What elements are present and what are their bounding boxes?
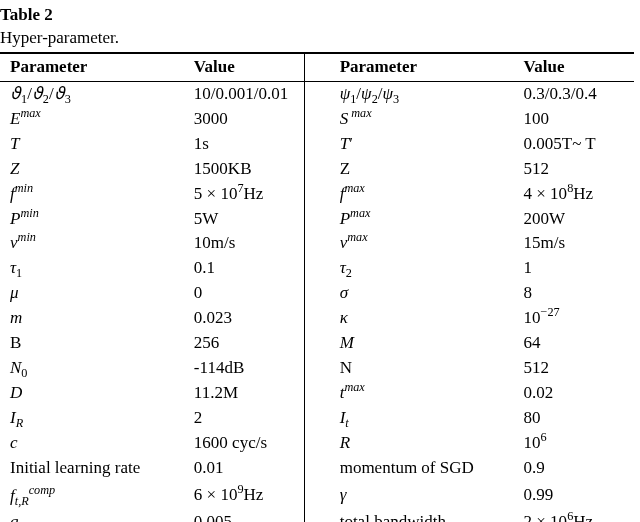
value-cell: 1s: [184, 132, 304, 157]
table-row: m0.023κ10−27: [0, 306, 634, 331]
param-cell: τ2: [330, 256, 514, 281]
value-cell: 2 × 106Hz: [514, 510, 634, 522]
param-cell: γ: [330, 481, 514, 511]
col-divider: [304, 331, 329, 356]
param-cell: N0: [0, 356, 184, 381]
value-cell: 64: [514, 331, 634, 356]
table-container: { "table_number_label": "Table 2", "capt…: [0, 0, 640, 522]
param-cell: D: [0, 381, 184, 406]
param-cell: κ: [330, 306, 514, 331]
value-cell: 0.023: [184, 306, 304, 331]
param-cell: Emax: [0, 107, 184, 132]
value-cell: 2: [184, 406, 304, 431]
param-cell: total bandwidth: [330, 510, 514, 522]
table-row: Emax3000S max100: [0, 107, 634, 132]
value-cell: 15m/s: [514, 231, 634, 256]
param-cell: Z: [0, 157, 184, 182]
table-row: T1sT′0.005T~ T: [0, 132, 634, 157]
table-row: vmin10m/svmax15m/s: [0, 231, 634, 256]
table-row: ft,Rcomp6 × 109Hzγ0.99: [0, 481, 634, 511]
param-cell: M: [330, 331, 514, 356]
value-cell: 256: [184, 331, 304, 356]
param-cell: m: [0, 306, 184, 331]
param-cell: vmax: [330, 231, 514, 256]
param-cell: Pmin: [0, 207, 184, 232]
value-cell: 0.01: [184, 456, 304, 481]
col-divider: [304, 231, 329, 256]
col-header-param-left: Parameter: [0, 53, 184, 81]
table-row: Z1500KBZ512: [0, 157, 634, 182]
table-row: μ0σ8: [0, 281, 634, 306]
param-cell: T′: [330, 132, 514, 157]
value-cell: 1: [514, 256, 634, 281]
value-cell: 5 × 107Hz: [184, 182, 304, 207]
param-cell: B: [0, 331, 184, 356]
param-cell: Pmax: [330, 207, 514, 232]
col-divider: [304, 510, 329, 522]
value-cell: 0: [184, 281, 304, 306]
col-divider: [304, 281, 329, 306]
param-cell: It: [330, 406, 514, 431]
param-cell: μ: [0, 281, 184, 306]
table-row: B256M64: [0, 331, 634, 356]
value-cell: 5W: [184, 207, 304, 232]
col-divider: [304, 182, 329, 207]
table-row: c1600 cyc/sR106: [0, 431, 634, 456]
param-cell: momentum of SGD: [330, 456, 514, 481]
col-divider: [304, 456, 329, 481]
table-caption: Hyper-parameter.: [0, 27, 634, 50]
col-header-value-right: Value: [514, 53, 634, 81]
value-cell: 512: [514, 356, 634, 381]
value-cell: 0.005T~ T: [514, 132, 634, 157]
value-cell: 1500KB: [184, 157, 304, 182]
param-cell: ft,Rcomp: [0, 481, 184, 511]
value-cell: -114dB: [184, 356, 304, 381]
param-cell: τ1: [0, 256, 184, 281]
col-divider: [304, 406, 329, 431]
table-row: q00.005total bandwidth2 × 106Hz: [0, 510, 634, 522]
value-cell: 0.3/0.3/0.4: [514, 81, 634, 106]
table-header-row: Parameter Value Parameter Value: [0, 53, 634, 81]
table-body: ϑ1/ϑ2/ϑ310/0.001/0.01ψ1/ψ2/ψ30.3/0.3/0.4…: [0, 81, 634, 522]
value-cell: 0.02: [514, 381, 634, 406]
value-cell: 106: [514, 431, 634, 456]
table-row: IR2It80: [0, 406, 634, 431]
table-row: ϑ1/ϑ2/ϑ310/0.001/0.01ψ1/ψ2/ψ30.3/0.3/0.4: [0, 81, 634, 106]
param-cell: Initial learning rate: [0, 456, 184, 481]
value-cell: 10m/s: [184, 231, 304, 256]
col-divider: [304, 81, 329, 106]
col-divider: [304, 431, 329, 456]
param-cell: c: [0, 431, 184, 456]
value-cell: 8: [514, 281, 634, 306]
col-divider: [304, 53, 329, 81]
value-cell: 0.9: [514, 456, 634, 481]
value-cell: 0.1: [184, 256, 304, 281]
value-cell: 200W: [514, 207, 634, 232]
param-cell: vmin: [0, 231, 184, 256]
col-divider: [304, 381, 329, 406]
col-divider: [304, 157, 329, 182]
value-cell: 1600 cyc/s: [184, 431, 304, 456]
table-row: D11.2Mtmax0.02: [0, 381, 634, 406]
col-divider: [304, 132, 329, 157]
table-row: fmin5 × 107Hzfmax4 × 108Hz: [0, 182, 634, 207]
value-cell: 3000: [184, 107, 304, 132]
param-cell: R: [330, 431, 514, 456]
col-divider: [304, 306, 329, 331]
table-row: N0-114dBN512: [0, 356, 634, 381]
col-header-param-right: Parameter: [330, 53, 514, 81]
table-row: Initial learning rate0.01momentum of SGD…: [0, 456, 634, 481]
value-cell: 512: [514, 157, 634, 182]
param-cell: IR: [0, 406, 184, 431]
param-cell: T: [0, 132, 184, 157]
hyperparameter-table: Parameter Value Parameter Value ϑ1/ϑ2/ϑ3…: [0, 52, 634, 522]
value-cell: 0.99: [514, 481, 634, 511]
table-row: τ10.1τ21: [0, 256, 634, 281]
param-cell: fmin: [0, 182, 184, 207]
col-divider: [304, 481, 329, 511]
col-divider: [304, 256, 329, 281]
col-divider: [304, 107, 329, 132]
param-cell: ϑ1/ϑ2/ϑ3: [0, 81, 184, 106]
param-cell: tmax: [330, 381, 514, 406]
param-cell: N: [330, 356, 514, 381]
